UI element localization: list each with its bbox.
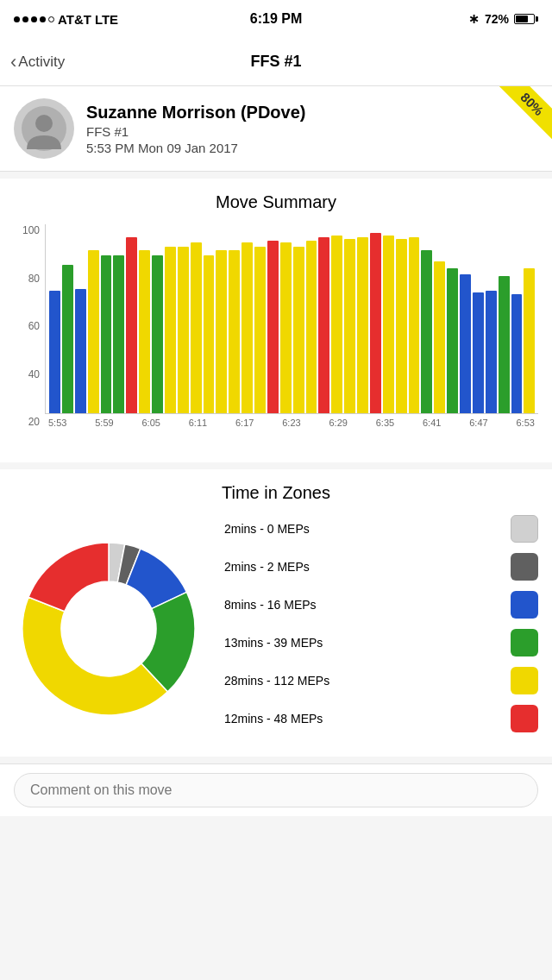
avatar xyxy=(14,98,74,159)
y-axis: 10080604020 xyxy=(14,224,40,428)
y-axis-label: 100 xyxy=(14,224,40,236)
bar-15 xyxy=(242,242,253,413)
x-axis-label: 5:53 xyxy=(48,418,66,428)
bar-10 xyxy=(178,247,189,414)
dot1 xyxy=(14,16,20,22)
bar-30 xyxy=(434,261,445,413)
legend-label-2: 8mins - 16 MEPs xyxy=(224,598,504,612)
bar-34 xyxy=(486,291,497,413)
svg-point-1 xyxy=(35,115,53,132)
bar-20 xyxy=(306,241,317,413)
battery-tip xyxy=(536,16,538,22)
bar-0 xyxy=(49,291,60,413)
pie-legend: 2mins - 0 MEPs2mins - 2 MEPs8mins - 16 M… xyxy=(224,515,538,743)
back-button[interactable]: ‹ Activity xyxy=(10,51,65,73)
bar-12 xyxy=(204,255,215,413)
nav-title: FFS #1 xyxy=(250,53,301,71)
pie-layout: 2mins - 0 MEPs2mins - 2 MEPs8mins - 16 M… xyxy=(14,515,538,743)
nav-bar: ‹ Activity FFS #1 xyxy=(0,38,552,86)
bar-36 xyxy=(511,294,523,413)
x-axis-label: 6:53 xyxy=(517,418,535,428)
bar-28 xyxy=(409,237,420,413)
badge-corner: 80% xyxy=(492,86,552,147)
legend-swatch-1 xyxy=(511,553,538,581)
y-axis-label: 80 xyxy=(14,273,40,285)
bar-32 xyxy=(460,274,471,413)
battery-icon xyxy=(514,14,538,24)
x-axis-label: 6:17 xyxy=(235,418,254,428)
bar-33 xyxy=(473,292,484,413)
comment-bar xyxy=(0,763,552,816)
battery-body xyxy=(514,14,535,24)
legend-item-5: 12mins - 48 MEPs xyxy=(224,705,538,732)
bar-29 xyxy=(421,250,432,413)
y-axis-label: 20 xyxy=(14,416,40,428)
bar-26 xyxy=(383,236,394,413)
signal-dots xyxy=(14,16,54,22)
time-in-zones-title: Time in Zones xyxy=(14,483,538,503)
legend-item-2: 8mins - 16 MEPs xyxy=(224,591,538,619)
bar-4 xyxy=(101,255,112,413)
bar-chart xyxy=(45,224,538,414)
profile-info: Suzanne Morrison (PDove) FFS #1 5:53 PM … xyxy=(86,103,538,155)
bar-8 xyxy=(152,255,163,413)
dot5 xyxy=(48,16,54,22)
x-axis-label: 6:47 xyxy=(469,418,487,428)
bar-27 xyxy=(396,239,407,413)
bar-13 xyxy=(216,250,227,413)
legend-label-0: 2mins - 0 MEPs xyxy=(224,522,504,536)
pie-center xyxy=(63,583,154,675)
bar-1 xyxy=(62,265,73,413)
bar-3 xyxy=(88,250,99,413)
comment-input[interactable] xyxy=(14,773,538,807)
legend-item-0: 2mins - 0 MEPs xyxy=(224,515,538,543)
legend-swatch-0 xyxy=(511,515,538,543)
status-bar: AT&T LTE 6:19 PM ∗ 72% xyxy=(0,0,552,38)
pie-chart-wrapper xyxy=(14,534,204,724)
bar-6 xyxy=(126,237,137,413)
x-axis-label: 6:05 xyxy=(142,418,160,428)
legend-label-1: 2mins - 2 MEPs xyxy=(224,560,504,574)
y-axis-label: 60 xyxy=(14,320,40,332)
bar-35 xyxy=(499,276,510,413)
bar-37 xyxy=(524,268,535,413)
dot4 xyxy=(40,16,46,22)
bar-16 xyxy=(254,247,266,414)
badge-percent: 80% xyxy=(497,86,552,139)
bluetooth-icon: ∗ xyxy=(468,11,480,27)
status-left: AT&T LTE xyxy=(14,12,118,27)
bar-31 xyxy=(447,268,458,413)
x-axis-label: 5:59 xyxy=(95,418,113,428)
x-axis-label: 6:41 xyxy=(423,418,441,428)
legend-item-4: 28mins - 112 MEPs xyxy=(224,667,538,694)
y-axis-label: 40 xyxy=(14,368,40,380)
bar-21 xyxy=(318,237,329,413)
bar-17 xyxy=(267,241,279,413)
legend-swatch-4 xyxy=(511,667,538,694)
dot3 xyxy=(31,16,37,22)
move-summary-section: Move Summary 10080604020 5:535:596:056:1… xyxy=(0,179,552,462)
bar-chart-container: 10080604020 5:535:596:056:116:176:236:29… xyxy=(14,224,538,449)
profile-header: Suzanne Morrison (PDove) FFS #1 5:53 PM … xyxy=(0,86,552,172)
bar-2 xyxy=(75,289,86,413)
move-summary-title: Move Summary xyxy=(14,192,538,212)
bar-7 xyxy=(139,250,150,413)
bar-5 xyxy=(113,255,124,413)
back-label: Activity xyxy=(18,53,65,71)
bar-22 xyxy=(331,236,342,413)
legend-item-3: 13mins - 39 MEPs xyxy=(224,629,538,656)
x-axis-label: 6:29 xyxy=(329,418,348,428)
legend-swatch-3 xyxy=(511,629,538,656)
bar-24 xyxy=(357,237,368,413)
x-axis-label: 6:11 xyxy=(189,418,207,428)
x-axis-label: 6:35 xyxy=(376,418,394,428)
legend-item-1: 2mins - 2 MEPs xyxy=(224,553,538,581)
battery-percent: 72% xyxy=(485,12,509,26)
x-axis-label: 6:23 xyxy=(282,418,300,428)
battery-fill xyxy=(516,16,528,22)
legend-label-3: 13mins - 39 MEPs xyxy=(224,636,504,650)
bar-9 xyxy=(165,247,176,414)
bar-25 xyxy=(370,233,381,413)
status-time: 6:19 PM xyxy=(250,11,302,27)
profile-datetime: 5:53 PM Mon 09 Jan 2017 xyxy=(86,141,538,155)
